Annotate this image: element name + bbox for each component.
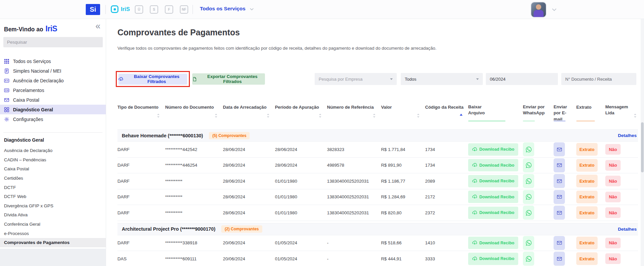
app-nf-icon[interactable]: NF: [180, 5, 188, 14]
download-recibo-button[interactable]: Download Recibo: [468, 207, 518, 219]
download-recibo-button[interactable]: Download Recibo: [468, 253, 518, 265]
topbar: Si IriS ÜSFNF Todos os Serviços: [0, 0, 644, 19]
sidebar-subitem-certidoes[interactable]: Certidões: [0, 174, 106, 183]
column-header-enviar-por-e-mail: Enviar por E-mail: [554, 99, 576, 129]
send-whatsapp-button[interactable]: [523, 236, 534, 250]
send-email-button[interactable]: [554, 190, 565, 204]
send-whatsapp-button[interactable]: [523, 174, 534, 188]
user-menu-chevron-icon[interactable]: [551, 7, 557, 13]
sidebar-subitem-cadin-pendencias[interactable]: CADIN – Pendências: [0, 155, 106, 165]
send-email-button[interactable]: [554, 252, 565, 266]
sort-icon[interactable]: [267, 113, 270, 118]
send-email-button[interactable]: [554, 236, 565, 250]
cell-valor: R$ 1.284,69: [381, 194, 425, 199]
extrato-button[interactable]: Extrato: [576, 237, 598, 249]
message-read-badge: Não: [605, 207, 621, 218]
app-s-icon[interactable]: S: [150, 5, 158, 14]
extrato-button[interactable]: Extrato: [576, 175, 598, 187]
column-header-valor[interactable]: Valor: [381, 99, 425, 129]
send-email-button[interactable]: [554, 174, 565, 188]
send-whatsapp-button[interactable]: [523, 158, 534, 172]
table-row: DAS**********60911120/06/202401/05/2024-…: [117, 251, 638, 266]
column-header-data-de-arrecadacao[interactable]: Data de Arrecadação: [223, 99, 275, 129]
status-filter-select[interactable]: Todos: [401, 73, 483, 85]
all-services-dropdown[interactable]: Todos os Serviços: [200, 6, 254, 12]
sidebar-item-simples-nacional-mei[interactable]: Simples Nacional / MEI: [0, 66, 106, 76]
column-header-codigo-da-receita[interactable]: Código da Receita: [425, 99, 468, 129]
sidebar-subitem-e-processos[interactable]: e-Processos: [0, 229, 106, 238]
sort-icon[interactable]: [157, 113, 160, 118]
download-recibo-button[interactable]: Download Recibo: [468, 175, 518, 187]
sidebar-subitem-dctf-web[interactable]: DCTF Web: [0, 192, 106, 201]
send-email-button[interactable]: [554, 142, 565, 156]
iris-logo-icon: [111, 5, 118, 13]
sort-icon[interactable]: [417, 113, 420, 118]
cell-referencia: 13830400025202031: [327, 179, 381, 184]
sidebar-item-caixa-postal[interactable]: Caixa Postal: [0, 95, 106, 105]
cloud-download-icon: [472, 179, 477, 184]
extrato-button[interactable]: Extrato: [576, 206, 598, 219]
cell-mensagem-lida: Não: [605, 160, 638, 171]
export-filtered-button[interactable]: Exportar Comprovantes Filtrados: [192, 73, 265, 85]
sort-asc-icon[interactable]: [459, 113, 463, 116]
extrato-button[interactable]: Extrato: [576, 191, 598, 203]
column-header-tipo-de-documento[interactable]: Tipo de Documento: [117, 99, 165, 129]
sidebar-subitem-divida-ativa[interactable]: Dívida Ativa: [0, 210, 106, 220]
column-header-periodo-de-apuracao[interactable]: Período de Apuração: [275, 99, 327, 129]
cell-whatsapp: [523, 252, 554, 266]
sidebar-subitem-conferencia-geral[interactable]: Conferência Geral: [0, 220, 106, 229]
send-whatsapp-button[interactable]: [523, 190, 534, 204]
download-recibo-button[interactable]: Download Recibo: [468, 237, 518, 249]
extrato-button[interactable]: Extrato: [576, 252, 598, 265]
main-content: Comprovantes de Pagamentos Verifique tod…: [106, 19, 644, 266]
column-header-mensagem-lida[interactable]: Mensagem Lida: [605, 99, 638, 129]
send-whatsapp-button[interactable]: [523, 142, 534, 156]
sidebar-item-ausencia-de-declaracao[interactable]: Ausência de Declaração: [0, 76, 106, 85]
sidebar-subitem-divergencia-gfip-x-gps[interactable]: Divergência GFIP x GPS: [0, 201, 106, 211]
sidebar-subitem-comprovantes-de-pagamentos[interactable]: Comprovantes de Pagamentos: [0, 238, 106, 247]
download-recibo-button[interactable]: Download Recibo: [468, 191, 518, 203]
sort-icon[interactable]: [634, 113, 637, 118]
send-whatsapp-button[interactable]: [523, 252, 534, 266]
si-logo[interactable]: Si: [86, 4, 100, 15]
extrato-button[interactable]: Extrato: [576, 143, 598, 156]
download-recibo-button[interactable]: Download Recibo: [468, 143, 518, 156]
column-header-numero-do-documento[interactable]: Número do Documento: [165, 99, 223, 129]
sidebar-search-input[interactable]: [3, 37, 103, 47]
table-row: DARF**********44254228/06/202428/06/2024…: [117, 142, 638, 158]
period-filter-input[interactable]: [486, 73, 558, 85]
sort-icon[interactable]: [373, 113, 376, 118]
sidebar-subitem-label: CADIN – Pendências: [4, 157, 46, 162]
sidebar-item-todos-os-servicos[interactable]: Todos os Serviços: [0, 56, 106, 66]
scrollbar-thumb[interactable]: [641, 122, 644, 172]
sidebar-subitem-ausencia-de-declaracao[interactable]: Ausência de Declaração: [0, 146, 106, 155]
sort-icon[interactable]: [319, 113, 322, 118]
sort-icon[interactable]: [215, 113, 218, 118]
extrato-button[interactable]: Extrato: [576, 159, 598, 172]
download-recibo-button[interactable]: Download Recibo: [468, 159, 518, 171]
app-u-icon[interactable]: Ü: [135, 5, 143, 14]
sidebar-subitem-dctf[interactable]: DCTF: [0, 183, 106, 192]
send-email-button[interactable]: [554, 158, 565, 172]
sidebar-item-parcelamentos[interactable]: Parcelamentos: [0, 85, 106, 95]
details-link[interactable]: Detalhes: [618, 227, 637, 232]
app-f-icon[interactable]: F: [165, 5, 173, 14]
sidebar-subitem-caixa-postal[interactable]: Caixa Postal: [0, 164, 106, 174]
company-group: Architectural Project Pro (*******900017…: [117, 223, 638, 266]
company-filter-select[interactable]: Pesquisa por Empresa: [315, 73, 397, 85]
download-filtered-button[interactable]: Baixar Comprovantes Filtrados: [118, 74, 187, 85]
send-whatsapp-button[interactable]: [523, 206, 534, 220]
sidebar-item-label: Parcelamentos: [13, 88, 44, 93]
details-link[interactable]: Detalhes: [618, 133, 637, 138]
user-avatar[interactable]: [531, 2, 546, 17]
sidebar-collapse-button[interactable]: «: [95, 22, 100, 31]
comprovantes-count-badge: (2) Comprovantes: [221, 225, 262, 233]
sidebar-item-diagnostico-geral[interactable]: Diagnóstico Geral: [0, 105, 106, 114]
sidebar-item-configuracoes[interactable]: Configurações: [0, 114, 106, 124]
document-filter-input[interactable]: [561, 73, 636, 85]
iris-brand[interactable]: IriS: [111, 5, 130, 13]
cell-email: [554, 206, 576, 220]
column-header-numero-de-referencia[interactable]: Número de Referência: [327, 99, 381, 129]
send-email-button[interactable]: [554, 206, 565, 220]
divider: [105, 5, 106, 14]
